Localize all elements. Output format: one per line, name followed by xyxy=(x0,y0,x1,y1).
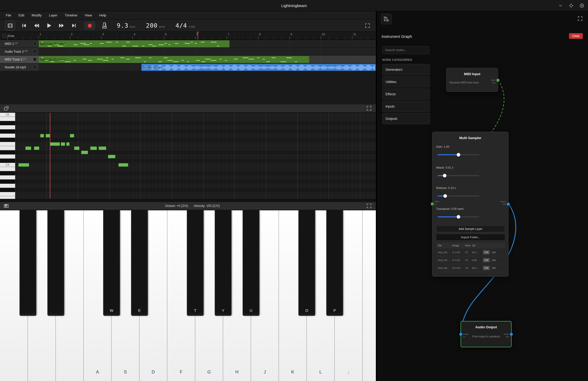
add-sample-layer-button[interactable]: Add Sample Layer xyxy=(436,225,505,232)
piano-roll-key-row[interactable] xyxy=(0,180,15,184)
piano-roll-key-row[interactable] xyxy=(0,142,15,146)
play-button[interactable] xyxy=(46,22,52,29)
piano-roll-key-row[interactable] xyxy=(0,125,15,129)
track-lane[interactable] xyxy=(39,48,376,55)
transpose-slider[interactable]: Transpose: 0.00 semi xyxy=(436,207,505,217)
category-effects[interactable]: Effects xyxy=(382,88,430,100)
record-button[interactable] xyxy=(84,21,95,30)
piano-roll-row[interactable] xyxy=(15,192,376,196)
slider-knob[interactable] xyxy=(457,215,460,219)
piano-roll-row[interactable] xyxy=(15,175,376,180)
piano-roll-key-row[interactable] xyxy=(0,192,15,196)
piano-roll-key-row[interactable]: C5 xyxy=(0,113,15,117)
piano-roll-row[interactable] xyxy=(15,188,376,192)
film-button[interactable] xyxy=(5,21,15,31)
clear-graph-button[interactable]: Clear xyxy=(569,33,583,39)
audio-clip[interactable]: Noodle 18.mp3 xyxy=(141,64,376,71)
piano-roll-row[interactable] xyxy=(15,138,376,142)
piano-roll-row[interactable] xyxy=(15,146,376,150)
piano-roll-playhead[interactable] xyxy=(50,113,50,199)
maximize-icon[interactable] xyxy=(569,3,574,8)
edit-sample-button[interactable]: Edit xyxy=(483,258,490,262)
edit-sample-button[interactable]: Edit xyxy=(483,266,490,270)
piano-roll[interactable]: C5C4 xyxy=(0,113,376,199)
piano-roll-row[interactable] xyxy=(15,163,376,167)
black-key[interactable]: Y xyxy=(215,210,231,316)
skip-start-button[interactable] xyxy=(21,22,27,29)
midi-out-port[interactable] xyxy=(497,79,499,82)
piano-roll-row[interactable] xyxy=(15,117,376,121)
node-midi-input[interactable]: MIDI Input Receives MIDI from track MIDI… xyxy=(446,68,498,92)
piano-roll-key-row[interactable] xyxy=(0,171,15,175)
delete-sample-button[interactable]: Del xyxy=(492,251,496,254)
category-inputs[interactable]: Inputs xyxy=(382,101,430,112)
piano-roll-row[interactable] xyxy=(15,113,376,117)
timeline-ruler[interactable]: 1234567891011 Snap xyxy=(0,32,376,40)
audio-in-port[interactable] xyxy=(459,333,462,336)
category-outputs[interactable]: Outputs xyxy=(382,113,430,124)
menu-edit[interactable]: Edit xyxy=(15,11,28,19)
black-key[interactable]: W xyxy=(103,210,120,316)
delete-sample-button[interactable]: Del xyxy=(492,259,496,261)
timeline-expand-button[interactable] xyxy=(365,23,370,28)
audio-out-port[interactable] xyxy=(510,333,513,336)
piano-roll-key-row[interactable] xyxy=(0,150,15,154)
black-key[interactable]: E xyxy=(131,210,148,316)
midi-note[interactable] xyxy=(25,146,31,150)
category-generators[interactable]: Generators xyxy=(382,64,430,75)
track-header[interactable]: Audio Track 2 [N] xyxy=(0,48,39,55)
attack-slider[interactable]: Attack: 0.01 s xyxy=(436,166,505,176)
minimize-icon[interactable] xyxy=(558,3,563,8)
category-utilities[interactable]: Utilities xyxy=(382,76,430,87)
track-header[interactable]: MIDI Track 2 [A] xyxy=(0,56,39,63)
timeline-playhead[interactable] xyxy=(198,32,198,40)
track-checkbox[interactable] xyxy=(33,58,36,61)
piano-button[interactable] xyxy=(4,203,9,209)
piano-roll-row[interactable] xyxy=(15,129,376,134)
slider-knob[interactable] xyxy=(457,153,460,157)
piano-roll-key-row[interactable] xyxy=(0,121,15,125)
white-key[interactable] xyxy=(363,210,376,381)
piano-roll-row[interactable] xyxy=(15,125,376,129)
black-key[interactable] xyxy=(20,210,36,316)
black-key[interactable]: U xyxy=(243,210,259,316)
snap-checkbox[interactable] xyxy=(3,34,6,38)
menu-file[interactable]: File xyxy=(2,11,15,19)
piano-roll-row[interactable] xyxy=(15,171,376,175)
piano-roll-key-row[interactable] xyxy=(0,154,15,159)
midi-note[interactable] xyxy=(50,142,60,146)
menu-layer[interactable]: Layer xyxy=(45,11,61,19)
midi-note[interactable] xyxy=(66,142,70,146)
piano-roll-key-row[interactable] xyxy=(0,129,15,134)
midi-note[interactable] xyxy=(90,146,97,150)
track-row-selected[interactable]: MIDI Track 2 [A] MIDI Clip (21 notes) xyxy=(0,56,376,63)
track-checkbox[interactable] xyxy=(33,66,36,69)
piano-roll-key-row[interactable] xyxy=(0,146,15,150)
piano-roll-key-row[interactable] xyxy=(0,188,15,192)
keyboard-expand-button[interactable] xyxy=(366,203,372,209)
menu-modify[interactable]: Modify xyxy=(28,11,45,19)
rewind-button[interactable] xyxy=(33,22,40,29)
black-key[interactable] xyxy=(47,210,64,316)
piano-roll-row[interactable] xyxy=(15,159,376,163)
midi-note[interactable] xyxy=(118,163,128,167)
piano-roll-key-row[interactable] xyxy=(0,167,15,171)
piano-roll-key-row[interactable] xyxy=(0,138,15,142)
piano-roll-key-row[interactable] xyxy=(0,159,15,163)
gain-slider[interactable]: Gain: 1.00 xyxy=(436,145,505,155)
track-header[interactable]: Noodle 18.mp3 xyxy=(0,63,39,71)
close-icon[interactable] xyxy=(579,3,584,8)
track-row[interactable]: Noodle 18.mp3 Noodle 18.mp3 xyxy=(0,63,376,71)
piano-roll-row[interactable] xyxy=(15,150,376,154)
piano-roll-key-row[interactable]: C4 xyxy=(0,163,15,167)
track-lane[interactable]: MIDI Clip (40 notes) xyxy=(39,40,376,47)
midi-note[interactable] xyxy=(81,151,88,154)
midi-note[interactable] xyxy=(18,163,29,167)
graph-view-button[interactable] xyxy=(381,14,391,24)
midi-note[interactable] xyxy=(74,146,79,150)
piano-roll-key-row[interactable] xyxy=(0,117,15,121)
track-header[interactable]: MIDI 1 [A] xyxy=(0,40,39,47)
track-row[interactable]: MIDI 1 [A] MIDI Clip (40 notes) xyxy=(0,40,376,48)
black-key[interactable]: P xyxy=(326,210,343,316)
menu-view[interactable]: View xyxy=(81,11,96,19)
